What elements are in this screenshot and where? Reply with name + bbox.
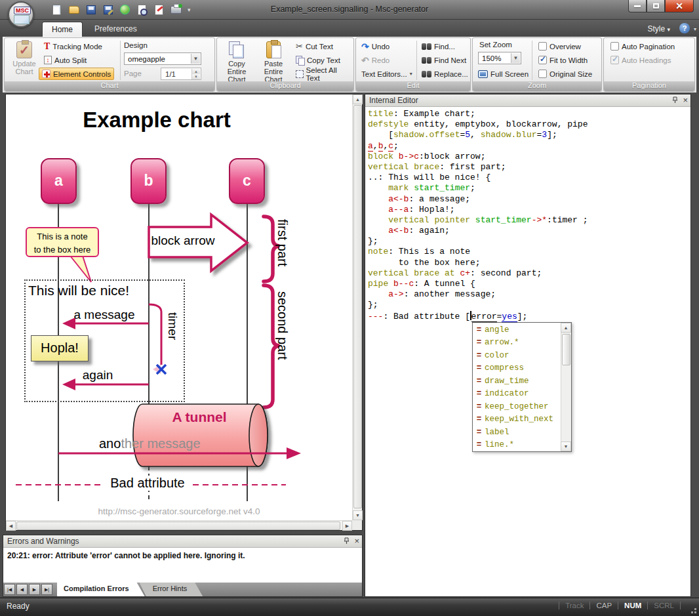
design-combo[interactable]: omegapple ▼ — [124, 52, 201, 65]
scroll-left-icon[interactable]: ◀ — [6, 521, 16, 531]
code-line[interactable]: a<-b: a message; — [368, 194, 690, 205]
close-pane-icon[interactable]: × — [683, 96, 688, 104]
autocomplete-item[interactable]: =keep_with_next — [473, 413, 560, 426]
pin-icon[interactable] — [671, 96, 679, 104]
help-icon[interactable]: ? — [679, 23, 690, 33]
entity-a[interactable]: a — [41, 158, 77, 204]
hopla-box[interactable]: Hopla! — [31, 335, 89, 361]
element-controls-button[interactable]: Element Controls — [39, 68, 114, 80]
select-all-text-button[interactable]: Select All Text — [293, 68, 353, 80]
code-line[interactable]: title: Example chart; — [368, 109, 690, 119]
close-pane-icon[interactable]: × — [354, 537, 359, 545]
prev-tab-icon[interactable]: ◀ — [16, 584, 28, 595]
entity-c[interactable]: c — [229, 158, 265, 204]
undo-button[interactable]: ↷ Undo — [359, 40, 392, 52]
autocomplete-item[interactable]: =indicator — [473, 388, 560, 401]
minimize-button[interactable] — [628, 0, 647, 12]
spin-down-icon[interactable]: ▼ — [191, 74, 200, 79]
code-line[interactable]: ..: This will be nice! { — [368, 173, 690, 183]
scroll-right-icon[interactable]: ▶ — [342, 521, 352, 531]
scroll-up-icon[interactable]: ▲ — [353, 94, 363, 104]
code-line[interactable]: }; — [368, 236, 690, 247]
attribute-icon: = — [473, 415, 485, 424]
code-line[interactable]: to the box here; — [368, 258, 690, 268]
style-menu[interactable]: Style ▾ — [647, 24, 670, 33]
chart-horizontal-scrollbar[interactable]: ◀ ▶ — [6, 520, 352, 530]
paste-entire-chart-button[interactable]: Paste Entire Chart — [255, 40, 292, 83]
code-token: }; — [368, 236, 378, 246]
find-next-button[interactable]: Find Next — [419, 54, 469, 66]
app-logo[interactable]: MSC — [8, 1, 34, 28]
copy-text-button[interactable]: Copy Text — [293, 54, 343, 66]
original-size-checkbox[interactable]: Original Size — [536, 68, 595, 80]
code-line[interactable]: pipe b--c: A tunnel { — [368, 279, 690, 289]
copy-entire-chart-button[interactable]: Copy Entire Chart — [218, 40, 255, 83]
code-line[interactable]: a<-b: again; — [368, 226, 690, 236]
zoom-combo[interactable]: 150% ▼ — [478, 52, 521, 64]
tracking-mode-button[interactable]: T Tracking Mode — [41, 40, 105, 52]
code-line[interactable]: vertical brace at c+: second part; — [368, 268, 690, 279]
autocomplete-scrollbar[interactable]: ▲ ▼ — [561, 323, 571, 451]
close-button[interactable]: ✕ — [665, 0, 694, 12]
code-line[interactable]: vertical pointer start_timer->*:timer ; — [368, 215, 690, 226]
code-line[interactable]: block b->c:block arrow; — [368, 152, 690, 162]
undo-icon: ↷ — [361, 41, 369, 52]
pin-icon[interactable] — [343, 537, 350, 544]
chart-note[interactable]: This is a note to the box here — [26, 227, 99, 257]
resize-grip[interactable] — [689, 606, 697, 614]
find-button[interactable]: Find... — [419, 40, 458, 52]
auto-pagination-checkbox[interactable]: Auto Pagination — [608, 40, 677, 52]
replace-button[interactable]: Replace... — [419, 68, 471, 80]
scroll-up-icon[interactable]: ▲ — [561, 323, 571, 333]
autocomplete-item[interactable]: =keep_together — [473, 400, 560, 413]
code-line[interactable]: [shadow.offset=5, shadow.blur=3]; — [368, 130, 690, 140]
tab-error-hints[interactable]: Error Hints — [140, 583, 203, 596]
code-line[interactable]: note: This is a note — [368, 247, 690, 257]
code-line[interactable]: mark start_timer; — [368, 183, 690, 194]
autocomplete-item[interactable]: =compress — [473, 362, 560, 375]
cut-text-button[interactable]: ✂ Cut Text — [293, 40, 336, 52]
code-line[interactable]: ---: Bad attribute [error=yes]; — [368, 311, 690, 321]
fit-to-width-checkbox[interactable]: Fit to Width — [536, 54, 590, 66]
scroll-down-icon[interactable]: ▼ — [561, 441, 571, 451]
chart-canvas[interactable]: Example chart a b c This is a note to th… — [6, 94, 352, 520]
chart-vertical-scrollbar[interactable]: ▲ ▼ — [352, 94, 362, 520]
autocomplete-item[interactable]: =label — [473, 426, 560, 439]
autocomplete-item[interactable]: =color — [473, 349, 560, 362]
code-line[interactable]: a--a: Hopla!; — [368, 205, 690, 215]
entity-b[interactable]: b — [130, 158, 167, 204]
code-line[interactable]: }; — [368, 300, 690, 310]
restore-button[interactable] — [647, 0, 665, 12]
help-dropdown-icon[interactable]: ▾ — [694, 26, 696, 32]
code-line[interactable]: a->: another message; — [368, 289, 690, 300]
scroll-down-icon[interactable]: ▼ — [353, 510, 363, 520]
autocomplete-item[interactable]: =angle — [473, 323, 560, 337]
overview-checkbox[interactable]: Overview — [536, 40, 584, 52]
code-line[interactable]: a,b,c; — [368, 141, 690, 152]
tab-home[interactable]: Home — [42, 22, 83, 37]
first-tab-icon[interactable]: |◀ — [4, 584, 15, 595]
combo-arrow-icon[interactable]: ▼ — [191, 54, 200, 64]
scrollbar-thumb[interactable] — [353, 105, 362, 508]
tab-compilation-errors[interactable]: Compilation Errors — [57, 583, 145, 596]
autocomplete-item[interactable]: =line.* — [473, 439, 560, 451]
code-line[interactable]: vertical brace: first part; — [368, 162, 690, 173]
page-spinner[interactable]: 1/1 ▲▼ — [161, 68, 201, 80]
update-chart-button[interactable]: Update Chart — [7, 40, 41, 75]
tab-preferences[interactable]: Preferences — [85, 22, 146, 37]
full-screen-button[interactable]: Full Screen — [475, 68, 531, 80]
scrollbar-thumb[interactable] — [16, 522, 340, 530]
auto-headings-checkbox[interactable]: Auto Headings — [608, 54, 673, 66]
auto-split-button[interactable]: ↕ Auto Split — [41, 54, 89, 66]
autocomplete-item[interactable]: =arrow.* — [473, 337, 560, 350]
autocomplete-item[interactable]: =draw_time — [473, 375, 560, 388]
spin-up-icon[interactable]: ▲ — [191, 69, 200, 74]
next-tab-icon[interactable]: ▶ — [29, 584, 40, 595]
redo-button[interactable]: ↶ Redo — [359, 54, 392, 66]
error-message[interactable]: 20:21: error: Attribute 'error' cannot b… — [3, 548, 362, 584]
combo-arrow-icon[interactable]: ▼ — [511, 53, 520, 63]
scrollbar-thumb[interactable] — [562, 334, 570, 365]
last-tab-icon[interactable]: ▶| — [41, 584, 52, 595]
text-editors-button[interactable]: Text Editors... ▾ — [359, 68, 415, 80]
code-line[interactable]: defstyle entity, emptybox, blockarrow, p… — [368, 119, 690, 130]
